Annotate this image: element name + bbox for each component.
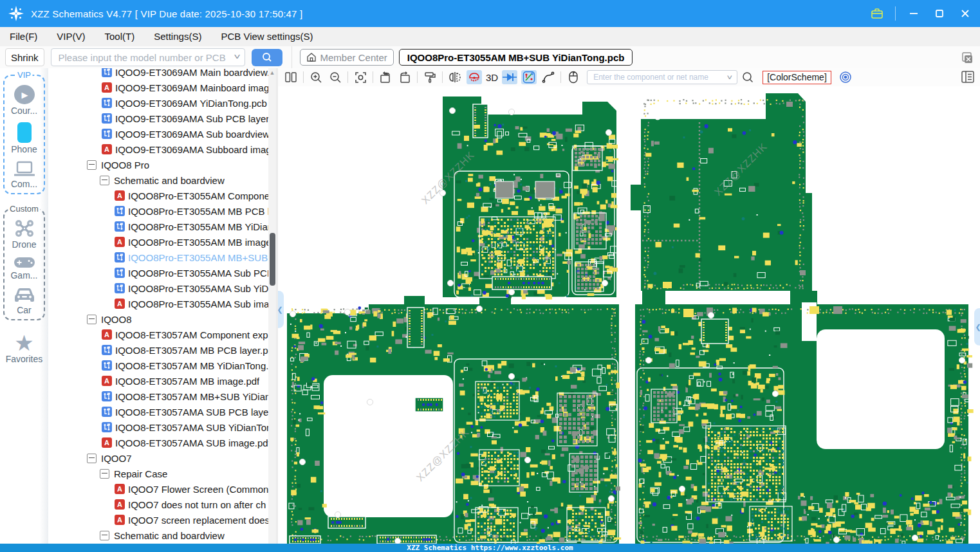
- tree-item[interactable]: AIQOO8Pro-ET3055AMA Sub image.pdf: [48, 296, 268, 311]
- model-search-input[interactable]: [57, 51, 228, 64]
- sidebar-item-com[interactable]: Com...: [4, 161, 45, 189]
- tree-item-label: IQOO8Pro-ET3055AMA Sub PCB layer.pdf: [128, 268, 268, 279]
- mouse-settings-icon[interactable]: [566, 70, 581, 84]
- tree-item[interactable]: AIQOO8-ET3057AMA SUB image.pdf: [48, 435, 268, 450]
- sidebar-item-gam[interactable]: Gam...: [4, 256, 45, 281]
- scroll-up-arrow-icon[interactable]: ▲: [268, 69, 276, 76]
- menu-item-4[interactable]: PCB View settings(S): [211, 27, 322, 46]
- pcb-file-icon: [102, 98, 112, 108]
- component-search-input[interactable]: [592, 72, 721, 82]
- tree-item[interactable]: IQOO8Pro-ET3055AMA Sub PCB layer.pdf: [48, 265, 268, 281]
- tree-item-label: IQOO8-ET3057AMA SUB YiDianTong.pcb: [115, 422, 268, 433]
- tree-item[interactable]: IQOO9-ET3069AM Main boardview.cab: [48, 68, 268, 80]
- fit-screen-icon[interactable]: [353, 70, 368, 84]
- drone-icon: [14, 219, 35, 238]
- sidebar-item-cour[interactable]: ▶Cour...: [4, 85, 45, 116]
- highlight-lamp-icon[interactable]: [467, 70, 482, 84]
- tree-item[interactable]: AIQOO8-ET3057AM Component exp.pdf: [48, 327, 268, 342]
- zoom-in-icon[interactable]: [308, 70, 324, 84]
- tree-item[interactable]: AIQOO8Pro-ET3055AM MB image.pdf: [48, 234, 268, 250]
- sidebar-item-car[interactable]: Car: [4, 287, 45, 315]
- tree-item[interactable]: IQOO8-ET3057AMA SUB YiDianTong.pcb: [48, 419, 268, 435]
- tree-item[interactable]: IQOO9-ET3069AM YiDianTong.pcb: [48, 95, 268, 111]
- document-tab[interactable]: IQOO8Pro-ET3055AM MB+SUB YiDianTong.pcb: [399, 49, 633, 66]
- chevron-down-icon[interactable]: ˅: [727, 74, 733, 81]
- maximize-button[interactable]: [930, 4, 949, 23]
- tree-item[interactable]: AIQOO7 Flower Screen (Common): [48, 481, 268, 497]
- tree-item[interactable]: AIQOO7 does not turn on after ch: [48, 497, 268, 512]
- tree-item[interactable]: IQOO8-ET3057AMA SUB PCB layer.pdf: [48, 404, 268, 419]
- tree-item[interactable]: AIQOO8-ET3057AM MB image.pdf: [48, 373, 268, 389]
- sidebar-item-drone[interactable]: Drone: [4, 219, 45, 250]
- collapse-left-handle[interactable]: ❮: [278, 291, 284, 328]
- tree-group[interactable]: IQOO7: [48, 450, 268, 466]
- rotate-left-icon[interactable]: [378, 70, 393, 84]
- tree-collapse-toggle[interactable]: [87, 160, 97, 170]
- tree-item-label: IQOO7 Flower Screen (Common): [128, 484, 268, 495]
- pcb-file-icon: [115, 206, 125, 216]
- tree-collapse-toggle[interactable]: [100, 469, 109, 479]
- tree-item[interactable]: AIQOO7 screen replacement does: [48, 512, 268, 528]
- tree-collapse-toggle[interactable]: [100, 531, 109, 540]
- menu-item-3[interactable]: Settings(S): [144, 27, 211, 46]
- svg-text:A: A: [104, 145, 109, 153]
- license-icon[interactable]: [867, 4, 887, 23]
- tree-item[interactable]: IQOO8Pro-ET3055AM MB+SUB YiDianTong.pcb: [48, 250, 268, 265]
- probe-measure-icon[interactable]: [521, 70, 537, 84]
- tree-item[interactable]: AIQOO8Pro-ET3055AM Component.pdf: [48, 188, 268, 203]
- minimize-button[interactable]: [904, 4, 923, 23]
- tree-item[interactable]: IQOO9-ET3069AMA Sub boardview.cab: [48, 126, 268, 142]
- tree-item[interactable]: IQOO8Pro-ET3055AM MB YiDianTong.pcb: [48, 219, 268, 234]
- tree-collapse-toggle[interactable]: [87, 454, 97, 463]
- split-view-icon[interactable]: [283, 70, 299, 84]
- zoom-out-icon[interactable]: [328, 70, 343, 84]
- menu-item-1[interactable]: VIP(V): [47, 27, 95, 46]
- tree-scrollbar[interactable]: ▲: [268, 68, 276, 544]
- eye-visibility-icon[interactable]: [838, 70, 853, 84]
- diode-icon[interactable]: [502, 70, 517, 84]
- collapse-right-handle[interactable]: ❮: [974, 308, 980, 345]
- close-view-icon[interactable]: [961, 51, 974, 67]
- tree-group[interactable]: Schematic and boardview: [48, 528, 268, 543]
- tree-item[interactable]: IQOO8-ET3057AM MB YiDianTong.pcb: [48, 358, 268, 373]
- pdf-file-icon: A: [115, 299, 125, 309]
- layer-panel-icon[interactable]: [961, 70, 975, 86]
- model-search-button[interactable]: [252, 49, 282, 66]
- tree-item[interactable]: IQOO8Pro-ET3055AMA Sub YiDianTong.pcb: [48, 281, 268, 296]
- tree-item[interactable]: IQOO8-ET3057AM MB PCB layer.pdf: [48, 342, 268, 358]
- tree-group[interactable]: IQOO8: [48, 311, 268, 327]
- tree-group[interactable]: IQOO8 Pro: [48, 157, 268, 172]
- tree-group[interactable]: Schematic and boardview: [48, 172, 268, 188]
- mirror-flip-icon[interactable]: [447, 70, 463, 84]
- menu-item-0[interactable]: File(F): [0, 27, 47, 46]
- titlebar-separator: [895, 6, 896, 21]
- 3d-view-button[interactable]: 3D: [484, 72, 500, 83]
- tree-item[interactable]: IQOO9-ET3069AMA Sub PCB layer.pdf: [48, 111, 268, 126]
- tree-scrollbar-thumb[interactable]: [270, 233, 275, 286]
- chevron-down-icon[interactable]: ˅: [234, 53, 241, 62]
- pcb-board-view[interactable]: XZZ@XZZHKXZZ@XZZHKXZZ@XZZHK ❮ ❮: [278, 86, 980, 544]
- colorscheme-button[interactable]: [ColorScheme]: [763, 71, 831, 84]
- tree-group[interactable]: Repair Case: [48, 466, 268, 481]
- rotate-right-icon[interactable]: [397, 70, 412, 84]
- sidebar-item-favorites[interactable]: ★ Favorites: [0, 332, 48, 364]
- member-center-button[interactable]: Member Center: [300, 49, 394, 66]
- tree-item[interactable]: AIQOO9-ET3069AMA Subboard image.pdf: [48, 142, 268, 157]
- tree-item[interactable]: IQOO8-ET3057AM MB+SUB YiDianTong.pcb: [48, 389, 268, 404]
- close-button[interactable]: [956, 4, 975, 23]
- model-search-combo: ˅: [51, 48, 245, 66]
- curve-wire-icon[interactable]: [541, 70, 556, 84]
- paint-roller-icon[interactable]: [422, 70, 438, 84]
- custom-group: Custom DroneGam...Car: [3, 208, 45, 320]
- menu-item-2[interactable]: Tool(T): [95, 27, 145, 46]
- file-tree-panel: IQOO9-ET3069AM Main boardview.cabAIQOO9-…: [48, 68, 276, 544]
- tree-collapse-toggle[interactable]: [87, 315, 97, 324]
- component-search-icon[interactable]: [740, 70, 755, 84]
- tree-collapse-toggle[interactable]: [100, 176, 109, 185]
- tree-item[interactable]: IQOO8Pro-ET3055AM MB PCB layer.pdf: [48, 203, 268, 219]
- shrink-button[interactable]: Shrink: [5, 48, 44, 66]
- tree-item[interactable]: AIQOO9-ET3069AM Mainboard image.pdf: [48, 80, 268, 95]
- sidebar-item-phone[interactable]: Phone: [4, 122, 45, 154]
- phone-icon: [17, 122, 32, 143]
- sidebar-item-label: Com...: [11, 179, 37, 189]
